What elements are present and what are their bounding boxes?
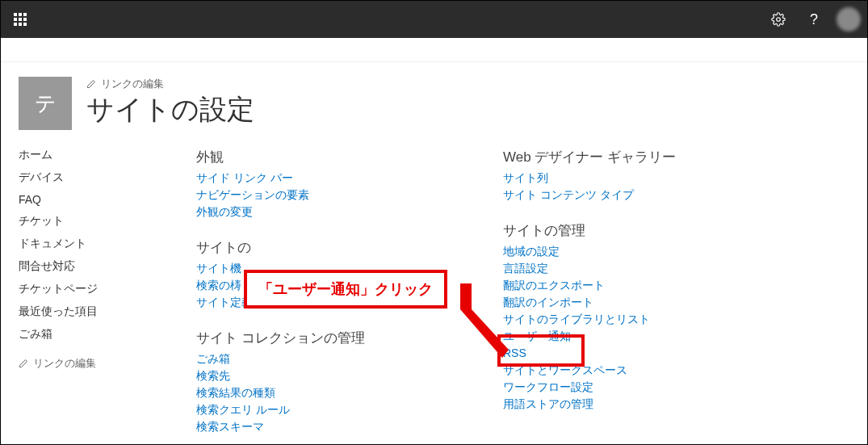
pencil-icon <box>86 79 96 89</box>
section-title: サイトの <box>196 238 503 257</box>
setting-link[interactable]: サイド リンク バー <box>196 170 503 187</box>
nav-item[interactable]: 最近使った項目 <box>19 304 98 319</box>
setting-link[interactable]: 翻訳のインポート <box>503 294 810 311</box>
page-title: サイトの設定 <box>86 93 254 126</box>
edit-links-nav[interactable]: リンクの編集 <box>19 356 96 371</box>
section-title: サイト コレクションの管理 <box>196 329 503 347</box>
setting-link[interactable]: サイト列 <box>503 170 810 187</box>
setting-link[interactable]: ナビゲーションの要素 <box>196 187 503 204</box>
setting-link[interactable]: 検索先 <box>196 367 503 384</box>
gear-icon[interactable] <box>765 6 791 32</box>
nav-item[interactable]: ドキュメント <box>19 237 86 251</box>
setting-link[interactable]: 用語ストアの管理 <box>503 396 810 413</box>
callout-target-box <box>497 334 585 367</box>
app-launcher-icon[interactable] <box>7 6 33 32</box>
section-site-admin: サイトの管理 地域の設定 言語設定 翻訳のエクスポート 翻訳のインポート サイト… <box>503 221 810 413</box>
edit-links-label: リンクの編集 <box>101 77 164 91</box>
nav-item[interactable]: ホーム <box>19 148 52 162</box>
callout-box: 「ユーザー通知」クリック <box>244 270 447 309</box>
section-site-collection-admin: サイト コレクションの管理 ごみ箱 検索先 検索結果の種類 検索クエリ ルール … <box>196 329 503 435</box>
settings-col-2: Web デザイナー ギャラリー サイト列 サイト コンテンツ タイプ サイトの管… <box>503 148 810 445</box>
setting-link[interactable]: サイトのライブラリとリスト <box>503 311 810 328</box>
setting-link[interactable]: ワークフロー設定 <box>503 379 810 396</box>
setting-link[interactable]: 外観の変更 <box>196 204 503 220</box>
setting-link[interactable]: ごみ箱 <box>196 351 503 367</box>
nav-item[interactable]: FAQ <box>19 193 41 206</box>
setting-link[interactable]: 検索スキーマ <box>196 418 503 435</box>
nav-item[interactable]: チケットページ <box>19 282 98 296</box>
topbar: ? <box>1 1 867 38</box>
section-appearance: 外観 サイド リンク バー ナビゲーションの要素 外観の変更 <box>196 148 503 220</box>
section-title: 外観 <box>196 148 503 166</box>
pencil-icon <box>19 359 28 368</box>
avatar[interactable] <box>837 7 861 31</box>
section-title: サイトの管理 <box>503 221 810 240</box>
site-tile: テ <box>19 77 72 130</box>
edit-links-nav-label: リンクの編集 <box>33 356 96 371</box>
section-title: Web デザイナー ギャラリー <box>503 148 810 166</box>
section-web-designer: Web デザイナー ギャラリー サイト列 サイト コンテンツ タイプ <box>503 148 810 204</box>
page-header: テ リンクの編集 サイトの設定 <box>1 62 867 143</box>
help-icon[interactable]: ? <box>801 6 827 32</box>
setting-link[interactable]: 地域の設定 <box>503 243 810 260</box>
nav-item[interactable]: チケット <box>19 214 64 229</box>
svg-point-0 <box>777 18 781 22</box>
nav-item[interactable]: デバイス <box>19 170 64 185</box>
nav-item[interactable]: ごみ箱 <box>19 327 52 342</box>
edit-links-top[interactable]: リンクの編集 <box>86 77 254 91</box>
nav-item[interactable]: 問合せ対応 <box>19 259 75 274</box>
callout-text: 「ユーザー通知」クリック <box>258 281 433 297</box>
setting-link[interactable]: 検索クエリ ルール <box>196 401 503 418</box>
leftnav: ホーム デバイス FAQ チケット ドキュメント 問合せ対応 チケットページ 最… <box>19 148 196 445</box>
subbar <box>1 38 867 62</box>
setting-link[interactable]: サイト コンテンツ タイプ <box>503 187 810 204</box>
setting-link[interactable]: 翻訳のエクスポート <box>503 277 810 294</box>
setting-link[interactable]: 検索結果の種類 <box>196 384 503 401</box>
setting-link[interactable]: 言語設定 <box>503 260 810 277</box>
